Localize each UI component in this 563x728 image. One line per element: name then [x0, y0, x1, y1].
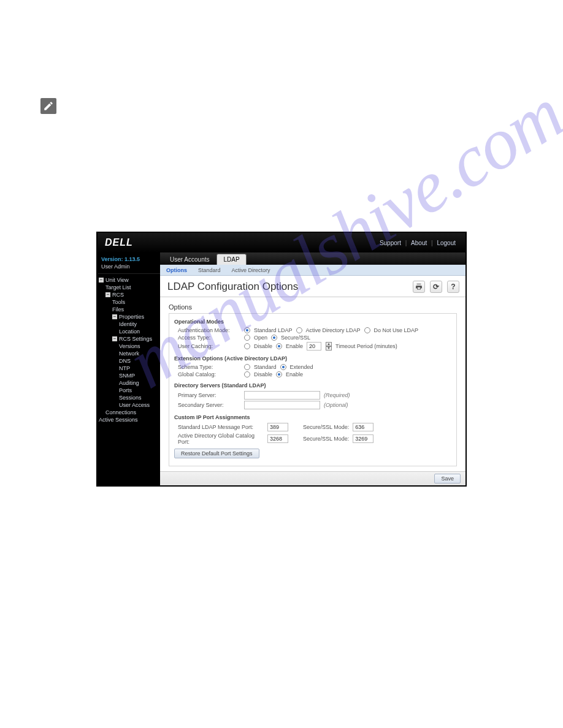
restore-defaults-button[interactable]: Restore Default Port Settings: [174, 449, 259, 458]
hint-optional: (Optional): [324, 402, 348, 408]
radio-cache-disable[interactable]: [244, 343, 250, 349]
footer-bar: Save: [160, 471, 465, 485]
radio-schema-extended[interactable]: [280, 364, 286, 370]
help-icon[interactable]: ?: [447, 281, 459, 293]
label-user-caching: User Caching:: [174, 343, 240, 349]
spin-up-icon[interactable]: ▲: [326, 342, 332, 346]
input-std-port[interactable]: [267, 423, 288, 431]
label-std-port: Standard LDAP Message Port:: [174, 424, 264, 430]
label-primary-server: Primary Server:: [174, 392, 240, 398]
brand-logo: DELL: [105, 237, 133, 248]
tree-auditing[interactable]: Auditing: [99, 379, 160, 387]
main-tabs: User Accounts LDAP: [160, 252, 465, 265]
label-ssl-mode-1: Secure/SSL Mode:: [303, 424, 349, 430]
print-icon[interactable]: [413, 281, 425, 293]
input-secondary-server[interactable]: [244, 401, 320, 409]
tree-ntp[interactable]: NTP: [99, 365, 160, 372]
tree-snmp[interactable]: SNMP: [99, 372, 160, 379]
top-bar: DELL Support | About | Logout: [98, 233, 465, 252]
tree-active-sessions[interactable]: Active Sessions: [99, 416, 160, 423]
version-label: Version: 1.13.5: [98, 256, 160, 264]
app-window: DELL Support | About | Logout Version: 1…: [96, 232, 467, 487]
tree-properties[interactable]: −Properties: [99, 313, 160, 320]
tree-versions[interactable]: Versions: [99, 343, 160, 350]
spin-down-icon[interactable]: ▼: [326, 346, 332, 351]
link-support[interactable]: Support: [380, 240, 401, 246]
radio-secure-ssl[interactable]: [271, 335, 277, 341]
spinner-timeout: ▲ ▼: [326, 342, 332, 351]
input-ad-port-ssl[interactable]: [353, 434, 373, 443]
tree-rcs[interactable]: −RCS: [99, 291, 160, 298]
radio-schema-standard[interactable]: [244, 364, 250, 370]
label-schema-type: Schema Type:: [174, 364, 240, 370]
input-std-port-ssl[interactable]: [353, 423, 373, 431]
group-extension-options: Extension Options (Active Directory LDAP…: [174, 355, 451, 362]
refresh-icon[interactable]: ⟳: [430, 281, 442, 293]
radio-cache-enable[interactable]: [276, 343, 282, 349]
top-links: Support | About | Logout: [377, 240, 458, 246]
radio-standard-ldap[interactable]: [244, 327, 250, 333]
label-timeout-period: Timeout Period (minutes): [335, 343, 397, 349]
group-directory-servers: Directory Servers (Standard LDAP): [174, 382, 451, 389]
group-operational-modes: Operational Modes: [174, 319, 451, 325]
label-global-catalog: Global Catalog:: [174, 371, 240, 377]
collapse-icon[interactable]: −: [99, 278, 104, 282]
link-about[interactable]: About: [411, 240, 427, 246]
radio-gc-disable[interactable]: [244, 371, 250, 377]
tree-network[interactable]: Network: [99, 350, 160, 357]
tree-location[interactable]: Location: [99, 328, 160, 335]
user-label: User Admin: [98, 264, 160, 274]
tree-identity[interactable]: Identity: [99, 320, 160, 328]
tree-target-list[interactable]: Target List: [99, 284, 160, 291]
label-ad-port: Active Directory Global Catalog Port:: [174, 433, 264, 445]
link-logout[interactable]: Logout: [437, 240, 456, 246]
subtab-active-directory[interactable]: Active Directory: [232, 267, 270, 273]
title-bar: LDAP Configuration Options ⟳ ?: [160, 276, 465, 297]
subtab-standard[interactable]: Standard: [198, 267, 221, 273]
save-button[interactable]: Save: [434, 474, 461, 483]
content-area: User Accounts LDAP Options Standard Acti…: [160, 252, 465, 485]
tree-files[interactable]: Files: [99, 306, 160, 313]
page-title: LDAP Configuration Options: [167, 281, 298, 293]
collapse-icon[interactable]: −: [105, 292, 110, 297]
nav-tree: −Unit View Target List −RCS Tools Files …: [98, 274, 160, 423]
input-ad-port[interactable]: [267, 434, 288, 443]
sub-tabs: Options Standard Active Directory: [160, 265, 465, 276]
radio-gc-enable[interactable]: [276, 371, 282, 377]
tree-unit-view[interactable]: −Unit View: [99, 276, 160, 284]
collapse-icon[interactable]: −: [112, 314, 117, 319]
tab-ldap[interactable]: LDAP: [216, 254, 246, 265]
sidebar: Version: 1.13.5 User Admin −Unit View Ta…: [98, 252, 160, 485]
note-pencil-icon: [40, 98, 56, 114]
tab-user-accounts[interactable]: User Accounts: [164, 254, 215, 265]
input-primary-server[interactable]: [244, 391, 320, 400]
radio-no-ldap[interactable]: [364, 327, 370, 333]
tree-user-access[interactable]: User Access: [99, 401, 160, 409]
tree-rcs-settings[interactable]: −RCS Settings: [99, 335, 160, 343]
hint-required: (Required): [324, 392, 350, 398]
tree-tools[interactable]: Tools: [99, 298, 160, 306]
subtab-options[interactable]: Options: [166, 267, 187, 273]
tree-ports[interactable]: Ports: [99, 387, 160, 394]
tree-sessions[interactable]: Sessions: [99, 394, 160, 401]
label-auth-mode: Authentication Mode:: [174, 327, 240, 333]
group-custom-ports: Custom IP Port Assignments: [174, 414, 451, 420]
radio-open[interactable]: [244, 335, 250, 341]
radio-ad-ldap[interactable]: [296, 327, 302, 333]
tree-connections[interactable]: Connections: [99, 409, 160, 416]
collapse-icon[interactable]: −: [112, 336, 117, 341]
label-secondary-server: Secondary Server:: [174, 402, 240, 408]
label-access-type: Access Type:: [174, 335, 240, 341]
label-ssl-mode-2: Secure/SSL Mode:: [303, 436, 349, 442]
options-panel: Operational Modes Authentication Mode: S…: [169, 313, 457, 466]
tree-dns[interactable]: DNS: [99, 357, 160, 365]
input-timeout[interactable]: [307, 342, 321, 351]
options-heading: Options: [169, 301, 457, 313]
